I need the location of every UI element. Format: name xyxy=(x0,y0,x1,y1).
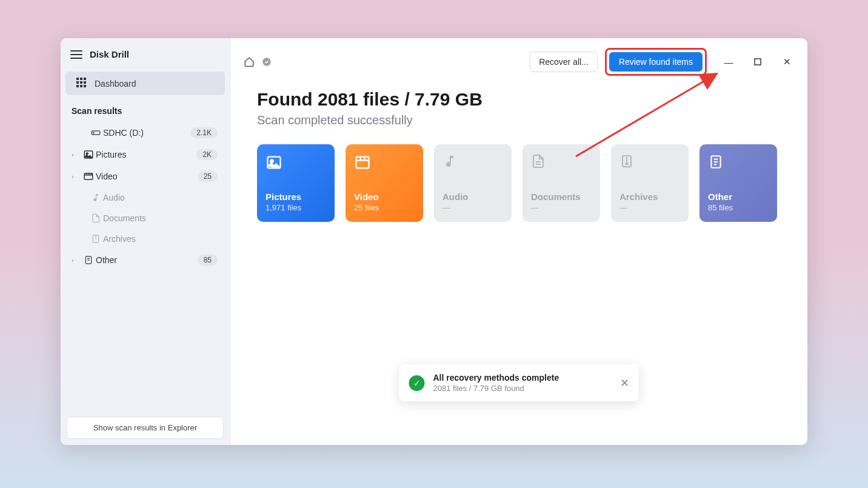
document-icon xyxy=(531,154,548,171)
tree-documents[interactable]: Documents xyxy=(61,208,230,229)
svg-rect-7 xyxy=(80,85,82,87)
image-icon xyxy=(265,154,282,171)
svg-rect-2 xyxy=(84,78,86,80)
tree-audio-label: Audio xyxy=(103,193,224,202)
svg-point-23 xyxy=(262,58,270,65)
svg-point-10 xyxy=(93,132,95,133)
card-other[interactable]: Other85 files xyxy=(699,144,777,222)
tree-other[interactable]: › Other 85 xyxy=(61,249,230,271)
tree-archives-label: Archives xyxy=(103,234,224,244)
svg-rect-8 xyxy=(84,85,86,87)
svg-rect-3 xyxy=(76,81,79,84)
svg-point-26 xyxy=(270,159,273,162)
tree-sdhc-label: SDHC (D:) xyxy=(103,128,190,138)
tree-other-label: Other xyxy=(96,255,198,265)
minimize-button[interactable]: — xyxy=(721,57,736,67)
badge-other: 85 xyxy=(198,255,218,266)
badge-pictures: 2K xyxy=(196,149,218,160)
tree-video[interactable]: › Video 25 xyxy=(61,165,230,187)
app-title: Disk Drill xyxy=(90,49,129,59)
menu-icon[interactable] xyxy=(70,50,82,59)
tree-archives[interactable]: Archives xyxy=(61,229,230,249)
completion-toast: ✓ All recovery methods complete 2081 fil… xyxy=(399,364,639,401)
card-video[interactable]: Video25 files xyxy=(346,144,423,222)
svg-rect-24 xyxy=(755,59,761,65)
svg-rect-4 xyxy=(80,81,82,84)
card-archives[interactable]: Archives— xyxy=(611,144,689,222)
check-circle-icon[interactable] xyxy=(262,57,272,67)
page-subtitle: Scan completed successfully xyxy=(257,113,781,127)
tree-audio[interactable]: Audio xyxy=(61,187,230,208)
tree-video-label: Video xyxy=(96,172,198,181)
file-icon xyxy=(81,255,96,265)
zip-icon xyxy=(619,154,636,171)
card-video-sub: 25 files xyxy=(354,203,415,212)
home-icon[interactable] xyxy=(244,56,255,67)
nav-dashboard-label: Dashboard xyxy=(95,79,136,89)
app-window: Disk Drill Dashboard Scan results SDHC (… xyxy=(61,38,807,445)
svg-point-12 xyxy=(86,153,88,155)
svg-rect-0 xyxy=(76,78,79,80)
svg-rect-1 xyxy=(80,78,82,80)
card-documents[interactable]: Documents— xyxy=(522,144,600,222)
content-area: Found 2081 files / 7.79 GB Scan complete… xyxy=(230,85,807,226)
document-icon xyxy=(88,213,103,223)
toast-body: All recovery methods complete 2081 files… xyxy=(433,373,612,393)
card-audio-sub: — xyxy=(442,203,503,212)
show-in-explorer-button[interactable]: Show scan results in Explorer xyxy=(67,416,224,439)
maximize-button[interactable] xyxy=(750,58,765,65)
tree-sdhc[interactable]: SDHC (D:) 2.1K xyxy=(61,122,230,144)
card-archives-sub: — xyxy=(619,203,680,212)
sidebar-footer: Show scan results in Explorer xyxy=(61,410,230,445)
sidebar: Disk Drill Dashboard Scan results SDHC (… xyxy=(61,38,230,445)
card-pictures-sub: 1,971 files xyxy=(265,203,326,212)
film-icon xyxy=(354,154,371,171)
close-button[interactable]: ✕ xyxy=(780,56,794,67)
card-video-title: Video xyxy=(354,192,415,202)
nav-dashboard[interactable]: Dashboard xyxy=(65,72,225,95)
check-icon: ✓ xyxy=(409,375,425,391)
card-audio[interactable]: Audio— xyxy=(434,144,512,222)
toast-subtitle: 2081 files / 7.79 GB found xyxy=(433,384,612,393)
archive-icon xyxy=(88,234,103,244)
category-cards: Pictures1,971 files Video25 files Audio—… xyxy=(257,144,781,222)
chevron-right-icon: › xyxy=(72,173,81,180)
page-title: Found 2081 files / 7.79 GB xyxy=(257,89,781,110)
svg-rect-27 xyxy=(356,157,369,169)
card-other-title: Other xyxy=(708,192,769,202)
toast-close-button[interactable]: ✕ xyxy=(620,376,629,390)
music-note-icon xyxy=(442,154,459,171)
annotation-highlight: Review found items xyxy=(605,48,707,76)
card-pictures-title: Pictures xyxy=(265,192,326,202)
section-scan-results: Scan results xyxy=(61,100,230,122)
main-content: Recover all... Review found items — ✕ Fo… xyxy=(230,38,807,445)
chevron-right-icon: › xyxy=(72,151,81,158)
file-icon xyxy=(708,154,725,171)
card-documents-title: Documents xyxy=(531,192,592,202)
chevron-right-icon: › xyxy=(72,256,81,264)
sidebar-header: Disk Drill xyxy=(61,38,230,70)
drive-icon xyxy=(88,127,103,138)
badge-video: 25 xyxy=(198,171,218,182)
card-archives-title: Archives xyxy=(619,192,680,202)
toast-title: All recovery methods complete xyxy=(433,373,612,383)
svg-rect-6 xyxy=(76,85,79,87)
card-pictures[interactable]: Pictures1,971 files xyxy=(257,144,335,222)
image-icon xyxy=(81,149,96,160)
review-found-items-button[interactable]: Review found items xyxy=(609,52,703,72)
tree-pictures-label: Pictures xyxy=(96,150,196,159)
card-documents-sub: — xyxy=(531,203,592,212)
svg-point-35 xyxy=(626,163,628,165)
video-icon xyxy=(81,171,96,182)
svg-rect-5 xyxy=(84,81,86,84)
card-audio-title: Audio xyxy=(442,192,503,202)
tree-pictures[interactable]: › Pictures 2K xyxy=(61,144,230,165)
card-other-sub: 85 files xyxy=(708,203,769,212)
grid-icon xyxy=(76,78,86,89)
recover-all-button[interactable]: Recover all... xyxy=(530,52,598,72)
badge-sdhc: 2.1K xyxy=(190,127,218,138)
music-note-icon xyxy=(88,193,103,202)
topbar: Recover all... Review found items — ✕ xyxy=(230,38,807,85)
tree-documents-label: Documents xyxy=(103,213,224,223)
